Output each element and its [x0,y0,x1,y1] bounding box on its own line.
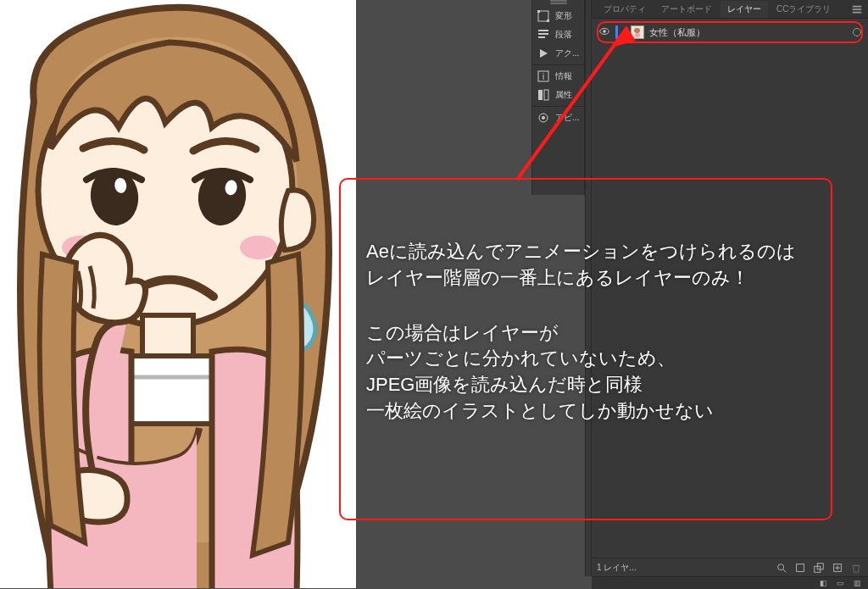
strip-grip[interactable] [532,0,584,7]
layer-thumbnail [631,25,644,39]
svg-rect-14 [544,90,548,100]
panel-info-label: 情報 [555,70,572,82]
svg-rect-7 [142,315,193,358]
delete-layer-icon[interactable] [849,561,863,575]
status-icon-2: ▭ [836,579,844,587]
svg-text:i: i [542,72,544,81]
panel-transform[interactable]: 変形 [532,7,584,25]
panel-info[interactable]: i 情報 [532,67,584,86]
tab-layers[interactable]: レイヤー [721,1,768,18]
panel-attributes-label: 属性 [555,89,572,101]
panel-transform-label: 変形 [555,10,572,22]
panel-menu-button[interactable] [851,0,863,18]
layer-name-label: 女性（私服） [649,26,848,39]
app-status-bar: ◧ ▭ ▥ [592,576,868,589]
layers-list: › 女性（私服） [592,19,868,47]
panel-actions-label: アク... [555,47,579,59]
layer-count-label: 1 レイヤ... [597,562,637,574]
locate-object-icon[interactable] [775,561,788,575]
annotation-callout: Aeに読み込んでアニメーションをつけられるのは レイヤー階層の一番上にあるレイヤ… [339,178,832,520]
tab-cclibraries[interactable]: CCライブラリ [770,1,837,18]
callout-text-1: Aeに読み込んでアニメーションをつけられるのは レイヤー階層の一番上にあるレイヤ… [366,239,805,292]
svg-point-16 [542,116,545,119]
status-icon-3: ▥ [853,579,861,587]
new-layer-icon[interactable] [831,561,844,575]
panel-paragraph[interactable]: 段落 [532,25,584,44]
make-clip-icon[interactable] [793,561,807,575]
panel-tabbar: プロパティ アートボード レイヤー CCライブラリ [592,0,868,19]
svg-point-6 [240,236,277,259]
collapsed-panels-strip: 変形 段落 アク... i 情報 属性 アピ... [531,0,585,195]
attributes-icon [537,88,550,102]
layer-target-icon[interactable] [853,28,861,36]
expand-caret-icon[interactable]: › [623,28,626,37]
paragraph-icon [537,28,550,42]
layer-color-bar [615,25,618,39]
status-icon-1: ◧ [819,579,827,587]
svg-point-19 [778,564,784,570]
visibility-eye-icon[interactable] [598,25,610,39]
panel-actions[interactable]: アク... [532,44,584,63]
svg-rect-13 [538,90,542,100]
panel-appearance-label: アピ... [555,112,579,124]
svg-rect-20 [797,564,804,571]
callout-text-2: この場合はレイヤーが パーツごとに分かれていないため、 JPEG画像を読み込んだ… [366,320,805,425]
layer-row[interactable]: › 女性（私服） [598,23,861,42]
panel-attributes[interactable]: 属性 [532,86,584,104]
tab-properties[interactable]: プロパティ [597,1,653,18]
info-icon: i [537,69,550,83]
svg-rect-10 [547,19,549,22]
layers-footer: 1 レイヤ... [592,558,868,576]
artboard [0,0,356,588]
character-illustration [0,0,356,588]
transform-icon [537,9,550,23]
svg-point-18 [603,30,606,33]
appearance-icon [537,111,550,125]
panel-appearance[interactable]: アピ... [532,108,584,127]
play-icon [537,47,550,60]
svg-rect-9 [537,10,540,13]
panel-paragraph-label: 段落 [555,29,572,41]
strip-divider [532,64,584,65]
strip-divider-2 [532,106,584,107]
tab-artboards[interactable]: アートボード [654,1,719,18]
new-sublayer-icon[interactable] [812,561,826,575]
